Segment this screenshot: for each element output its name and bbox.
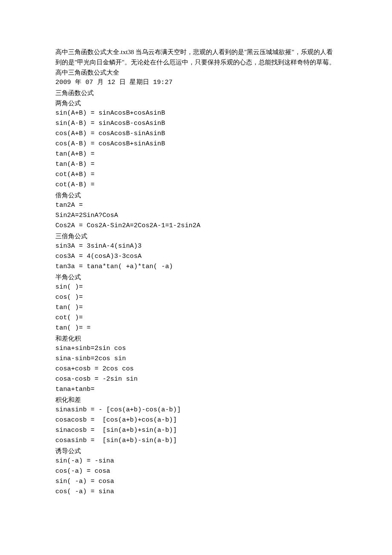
document-page: 高中三角函数公式大全.txt38 当乌云布满天空时，悲观的人看到的是"黑云压城城… — [0, 0, 392, 523]
section-title: 倍角公式 — [55, 190, 337, 200]
formula-line: cos( -a) = sina — [55, 487, 337, 497]
formula-line: sin(-a) = -sina — [55, 456, 337, 466]
section-title: 诱导公式 — [55, 446, 337, 456]
formula-line: tan(A-B) = — [55, 159, 337, 170]
formula-line: sina-sinb=2cos sin — [55, 354, 337, 364]
section-title: 半角公式 — [55, 272, 337, 282]
section-title: 和差化积 — [55, 333, 337, 344]
formula-line: sin(A+B) = sinAcosB+cosAsinB — [55, 108, 337, 119]
formula-line: cosacosb = [cos(a+b)+cos(a-b)] — [55, 415, 337, 425]
formula-line: sin3A = 3sinA-4(sinA)3 — [55, 241, 337, 251]
formula-line: tan( )= — [55, 303, 337, 313]
formula-line: tana+tanb= — [55, 384, 337, 395]
formula-line: cos(-a) = cosa — [55, 466, 337, 477]
content-body: 三角函数公式两角公式sin(A+B) = sinAcosB+cosAsinBsi… — [55, 88, 337, 497]
formula-line: cos( )= — [55, 292, 337, 303]
formula-line: sinasinb = - [cos(a+b)-cos(a-b)] — [55, 405, 337, 415]
formula-line: tan(A+B) = — [55, 149, 337, 159]
formula-line: cos(A-B) = cosAcosB+sinAsinB — [55, 139, 337, 149]
section-title: 积化和差 — [55, 395, 337, 405]
date-line: 2009 年 07 月 12 日 星期日 19:27 — [55, 78, 337, 88]
formula-line: cot(A+B) = — [55, 170, 337, 180]
formula-line: cot( )= — [55, 313, 337, 323]
formula-line: tan2A = — [55, 200, 337, 211]
formula-line: cosa-cosb = -2sin sin — [55, 374, 337, 384]
formula-line: cos(A+B) = cosAcosB-sinAsinB — [55, 129, 337, 139]
formula-line: sin(A-B) = sinAcosB-cosAsinB — [55, 119, 337, 129]
formula-line: tan( )= = — [55, 323, 337, 333]
formula-line: cot(A-B) = — [55, 180, 337, 190]
formula-line: Cos2A = Cos2A-Sin2A=2Cos2A-1=1-2sin2A — [55, 221, 337, 231]
formula-line: sin( -a) = cosa — [55, 477, 337, 487]
formula-line: sinacosb = [sin(a+b)+sin(a-b)] — [55, 425, 337, 436]
formula-line: sin( )= — [55, 282, 337, 292]
section-title: 三角函数公式 — [55, 88, 337, 98]
formula-line: cos3A = 4(cosA)3-3cosA — [55, 251, 337, 262]
formula-line: cosasinb = [sin(a+b)-sin(a-b)] — [55, 436, 337, 446]
formula-line: cosa+cosb = 2cos cos — [55, 364, 337, 374]
formula-line: Sin2A=2SinA?CosA — [55, 211, 337, 221]
formula-line: tan3a = tana*tan( +a)*tan( -a) — [55, 262, 337, 272]
formula-line: sina+sinb=2sin cos — [55, 344, 337, 354]
section-title: 三倍角公式 — [55, 231, 337, 241]
intro-paragraph: 高中三角函数公式大全.txt38 当乌云布满天空时，悲观的人看到的是"黑云压城城… — [55, 47, 337, 78]
section-title: 两角公式 — [55, 98, 337, 108]
